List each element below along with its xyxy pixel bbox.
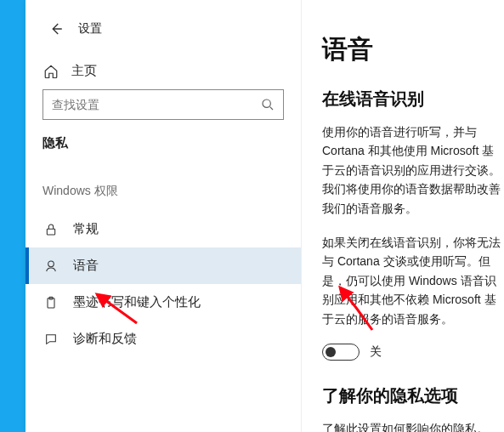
sidebar-item-inking[interactable]: 墨迹书写和键入个性化 bbox=[25, 284, 301, 321]
sidebar-item-diagnostics[interactable]: 诊断和反馈 bbox=[25, 321, 301, 357]
speech-icon bbox=[42, 259, 59, 273]
search-box[interactable] bbox=[42, 89, 284, 120]
search-input[interactable] bbox=[52, 98, 261, 111]
svg-point-2 bbox=[48, 261, 54, 267]
back-button[interactable] bbox=[42, 15, 70, 43]
nav-label: 诊断和反馈 bbox=[73, 331, 137, 347]
feedback-icon bbox=[42, 333, 59, 346]
description-text: 使用你的语音进行听写，并与 Cortana 和其他使用 Microsoft 基于… bbox=[322, 122, 504, 218]
toggle-knob bbox=[326, 347, 336, 357]
content-pane: 语音 在线语音识别 使用你的语音进行听写，并与 Cortana 和其他使用 Mi… bbox=[302, 0, 504, 432]
learn-description: 了解此设置如何影响你的隐私。 bbox=[322, 419, 504, 432]
window-header: 设置 bbox=[25, 9, 301, 54]
home-icon bbox=[42, 64, 59, 79]
category-label: 隐私 bbox=[25, 135, 301, 167]
arrow-left-icon bbox=[48, 21, 64, 37]
nav-label: 常规 bbox=[73, 221, 99, 237]
section-label: Windows 权限 bbox=[25, 167, 301, 211]
nav-label: 语音 bbox=[73, 258, 99, 274]
section-heading-learn: 了解你的隐私选项 bbox=[322, 384, 504, 407]
svg-point-0 bbox=[263, 99, 270, 107]
clipboard-icon bbox=[42, 296, 59, 310]
home-label: 主页 bbox=[71, 63, 97, 79]
sidebar-item-speech[interactable]: 语音 bbox=[25, 247, 301, 284]
svg-rect-1 bbox=[47, 229, 54, 235]
nav-label: 墨迹书写和键入个性化 bbox=[73, 294, 201, 310]
window-title: 设置 bbox=[78, 21, 102, 37]
description-text: 如果关闭在线语音识别，你将无法与 Cortana 交谈或使用听写。但是，仍可以使… bbox=[322, 233, 504, 328]
settings-window: 设置 主页 隐私 Windows 权限 常规 语音 bbox=[25, 0, 504, 432]
sidebar-item-home[interactable]: 主页 bbox=[25, 54, 301, 89]
toggle-state-label: 关 bbox=[370, 344, 382, 360]
search-icon bbox=[261, 98, 275, 111]
lock-icon bbox=[42, 223, 59, 236]
online-speech-toggle[interactable] bbox=[322, 344, 360, 361]
sidebar-item-general[interactable]: 常规 bbox=[25, 211, 301, 247]
sidebar: 设置 主页 隐私 Windows 权限 常规 语音 bbox=[25, 0, 302, 432]
page-title: 语音 bbox=[322, 32, 504, 67]
toggle-row: 关 bbox=[322, 344, 504, 361]
search-container bbox=[25, 89, 301, 135]
section-heading-online: 在线语音识别 bbox=[322, 88, 504, 111]
